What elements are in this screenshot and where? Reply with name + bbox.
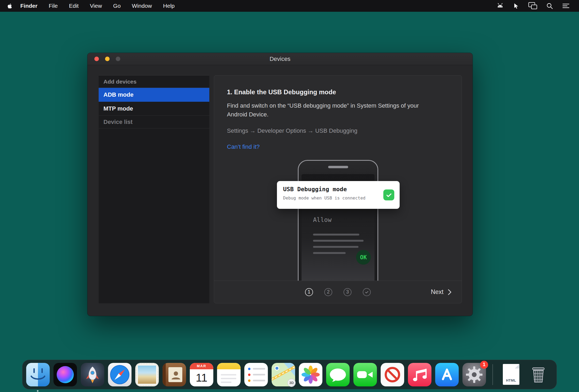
sidebar-item-mtp-mode[interactable]: MTP mode bbox=[99, 102, 209, 116]
rocket-icon bbox=[81, 363, 104, 386]
dock-item-music[interactable] bbox=[408, 363, 431, 386]
content-panel: Allow OK USB Debugging mode Debug mode w… bbox=[214, 75, 462, 303]
calendar-icon: MAR 11 bbox=[190, 363, 213, 386]
dock-item-mail[interactable] bbox=[135, 363, 159, 386]
phone-speaker bbox=[328, 166, 348, 168]
pointer-icon[interactable] bbox=[513, 2, 520, 9]
toggle-subtitle: Debug mode when USB is connected bbox=[283, 195, 365, 201]
speech-bubble-icon bbox=[326, 363, 350, 386]
wizard-footer: 1 2 3 Next bbox=[214, 281, 462, 303]
siri-icon bbox=[53, 363, 77, 386]
minimize-button[interactable] bbox=[105, 57, 110, 61]
calendar-month: MAR bbox=[190, 363, 213, 369]
dock-item-blocked[interactable] bbox=[381, 363, 404, 386]
chevron-right-icon bbox=[446, 288, 453, 296]
menu-app-name[interactable]: Finder bbox=[15, 3, 43, 9]
android-icon[interactable] bbox=[496, 2, 504, 10]
video-camera-icon bbox=[353, 363, 377, 386]
dock-item-appstore[interactable] bbox=[435, 363, 459, 386]
dock-item-notes[interactable] bbox=[217, 363, 241, 386]
sidebar: Add devices ADB mode MTP mode Device lis… bbox=[99, 75, 209, 303]
step-indicator-3: 3 bbox=[343, 288, 352, 296]
safari-compass-icon bbox=[108, 363, 132, 386]
usb-debugging-toggle-card: USB Debugging mode Debug mode when USB i… bbox=[277, 181, 400, 209]
allow-label: Allow bbox=[313, 216, 331, 223]
photos-pinwheel-icon bbox=[299, 363, 322, 386]
dock-item-finder[interactable] bbox=[26, 363, 50, 386]
trash-icon bbox=[527, 363, 550, 386]
devices-window: Devices Add devices ADB mode MTP mode De… bbox=[87, 53, 473, 316]
finder-running-indicator bbox=[37, 390, 38, 392]
dock-item-trash[interactable] bbox=[527, 363, 550, 386]
skeleton-line bbox=[313, 252, 346, 254]
notes-icon bbox=[217, 363, 241, 386]
phone-graphic: Allow OK bbox=[298, 160, 378, 281]
skeleton-line bbox=[313, 240, 364, 242]
stamp-icon bbox=[135, 363, 159, 386]
html-file-icon: HTML bbox=[499, 363, 523, 386]
zoom-button[interactable] bbox=[116, 57, 120, 61]
search-icon[interactable] bbox=[546, 2, 553, 10]
sidebar-item-adb-mode[interactable]: ADB mode bbox=[99, 88, 209, 102]
window-title-bar[interactable]: Devices bbox=[87, 53, 473, 65]
checkbox-checked-icon bbox=[383, 190, 394, 201]
dock-item-contacts[interactable] bbox=[163, 363, 186, 386]
menu-item-window[interactable]: Window bbox=[126, 3, 157, 9]
calendar-day: 11 bbox=[190, 369, 213, 386]
step-indicator-1: 1 bbox=[305, 288, 313, 296]
reminders-icon bbox=[244, 363, 268, 386]
html-file-label: HTML bbox=[503, 378, 519, 382]
prohibited-icon bbox=[381, 363, 404, 386]
dock-item-system-preferences[interactable]: 1 bbox=[462, 363, 486, 386]
traffic-lights bbox=[94, 53, 120, 65]
next-button[interactable]: Next bbox=[431, 288, 453, 296]
step-description: Find and switch on the “USB debugging mo… bbox=[227, 101, 438, 119]
contacts-book-icon bbox=[163, 363, 186, 386]
toggle-title: USB Debugging mode bbox=[283, 186, 347, 193]
step-indicator-2: 2 bbox=[324, 288, 332, 296]
step-indicators: 1 2 3 bbox=[305, 288, 371, 296]
dock-item-safari[interactable] bbox=[108, 363, 132, 386]
next-label: Next bbox=[431, 288, 443, 296]
dock-item-reminders[interactable] bbox=[244, 363, 268, 386]
step-indicator-done bbox=[363, 288, 371, 296]
sidebar-section-add-devices: Add devices bbox=[99, 76, 209, 88]
sidebar-item-device-list[interactable]: Device list bbox=[99, 116, 209, 128]
dock-item-siri[interactable] bbox=[53, 363, 77, 386]
menu-bar-status-area bbox=[496, 0, 579, 12]
dock-item-html-file[interactable]: HTML bbox=[499, 363, 523, 386]
menu-bar: Finder File Edit View Go Window Help bbox=[0, 0, 579, 12]
apple-menu-icon[interactable] bbox=[7, 3, 12, 9]
step-heading: 1. Enable the USB Debugging mode bbox=[227, 88, 449, 96]
desktop: Finder File Edit View Go Window Help bbox=[0, 0, 579, 392]
window-title: Devices bbox=[269, 56, 290, 62]
music-note-icon bbox=[408, 363, 431, 386]
dock-item-messages[interactable] bbox=[326, 363, 350, 386]
instructions: 1. Enable the USB Debugging mode Find an… bbox=[214, 76, 462, 150]
dock-item-maps[interactable]: 3D bbox=[272, 363, 295, 386]
notification-badge: 1 bbox=[480, 361, 488, 369]
skeleton-line bbox=[313, 234, 359, 236]
dock-separator bbox=[492, 364, 493, 385]
menu-item-view[interactable]: View bbox=[84, 3, 107, 9]
maps-3d-badge: 3D bbox=[287, 379, 296, 387]
dock: MAR 11 bbox=[22, 360, 557, 389]
ok-button: OK bbox=[356, 250, 371, 265]
dock-item-photos[interactable] bbox=[299, 363, 322, 386]
close-button[interactable] bbox=[94, 57, 99, 61]
menu-item-file[interactable]: File bbox=[43, 3, 63, 9]
list-icon[interactable] bbox=[562, 2, 570, 9]
menu-item-help[interactable]: Help bbox=[157, 3, 180, 9]
menu-item-edit[interactable]: Edit bbox=[63, 3, 84, 9]
dock-item-launchpad[interactable] bbox=[81, 363, 104, 386]
display-mirroring-icon[interactable] bbox=[528, 2, 537, 10]
app-store-a-icon bbox=[435, 363, 459, 386]
menu-item-go[interactable]: Go bbox=[107, 3, 126, 9]
skeleton-line bbox=[313, 246, 358, 248]
finder-icon bbox=[26, 363, 50, 386]
dock-item-calendar[interactable]: MAR 11 bbox=[190, 363, 213, 386]
dock-item-facetime[interactable] bbox=[353, 363, 377, 386]
cant-find-it-link[interactable]: Can’t find it? bbox=[227, 143, 260, 150]
settings-path: Settings → Developer Options → USB Debug… bbox=[227, 127, 449, 134]
